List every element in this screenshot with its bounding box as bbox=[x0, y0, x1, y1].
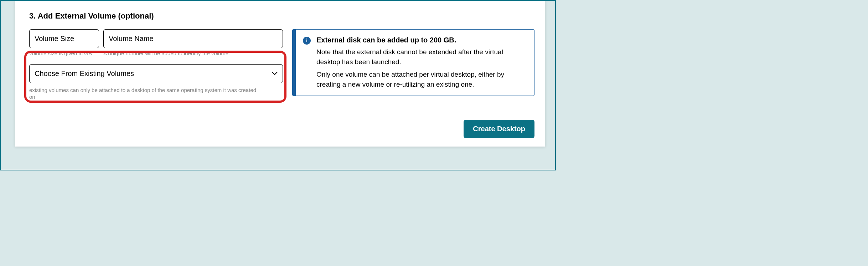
volume-size-hint: volume size is given in GB bbox=[29, 50, 99, 57]
volume-name-hint: A unique number will be added to identif… bbox=[103, 50, 283, 57]
dropdown-hint: existing volumes can only be attached to… bbox=[29, 87, 257, 101]
footer: Create Desktop bbox=[464, 120, 534, 138]
info-panel: i External disk can be added up to 200 G… bbox=[292, 29, 534, 96]
volume-name-input[interactable] bbox=[103, 29, 283, 48]
info-title: External disk can be added up to 200 GB. bbox=[316, 36, 526, 44]
volume-size-input[interactable] bbox=[29, 29, 99, 48]
info-body: External disk can be added up to 200 GB.… bbox=[316, 36, 526, 89]
existing-volumes-dropdown[interactable]: Choose From Existing Volumes bbox=[29, 64, 283, 83]
content-row: volume size is given in GB A unique numb… bbox=[29, 29, 534, 101]
input-row: volume size is given in GB A unique numb… bbox=[29, 29, 283, 57]
info-paragraph-1: Note that the external disk cannot be ex… bbox=[316, 47, 526, 67]
chevron-down-icon bbox=[272, 72, 278, 75]
left-column: volume size is given in GB A unique numb… bbox=[29, 29, 283, 101]
volume-size-wrap: volume size is given in GB bbox=[29, 29, 99, 57]
section-heading: 3. Add External Volume (optional) bbox=[29, 11, 534, 21]
info-paragraph-2: Only one volume can be attached per virt… bbox=[316, 70, 526, 89]
info-icon: i bbox=[303, 37, 311, 45]
dropdown-label: Choose From Existing Volumes bbox=[35, 70, 134, 78]
create-desktop-button[interactable]: Create Desktop bbox=[464, 120, 534, 138]
volume-name-wrap: A unique number will be added to identif… bbox=[103, 29, 283, 57]
form-card: 3. Add External Volume (optional) volume… bbox=[15, 1, 545, 147]
dropdown-wrap: Choose From Existing Volumes existing vo… bbox=[29, 64, 283, 101]
